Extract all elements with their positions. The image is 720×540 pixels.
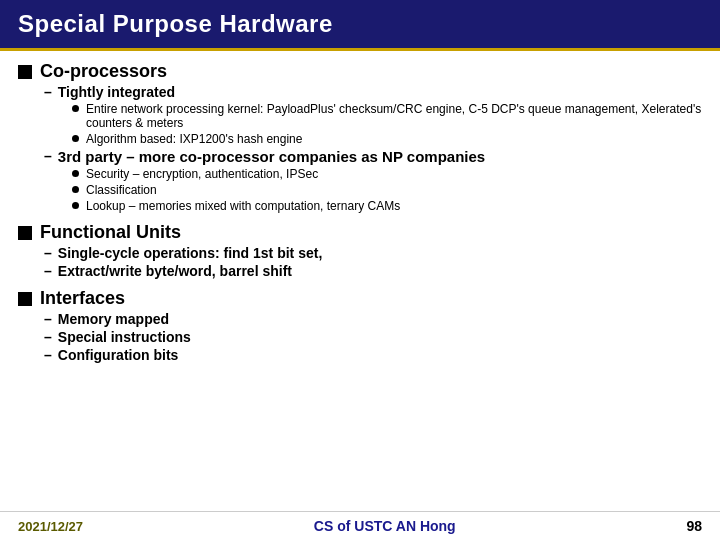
section-co-processors: Co-processors – Tightly integrated Entir… [18, 61, 702, 216]
circle-bullet-2 [72, 135, 79, 142]
bullet-text-security: Security – encryption, authentication, I… [86, 167, 318, 181]
special-instructions-item: – Special instructions [44, 329, 702, 345]
dash-2: – [44, 148, 52, 164]
interfaces-bullet [18, 292, 32, 306]
memory-mapped-item: – Memory mapped [44, 311, 702, 327]
footer-center: CS of USTC AN Hong [314, 518, 456, 534]
circle-bullet-lookup [72, 202, 79, 209]
single-cycle-label: Single-cycle operations: find 1st bit se… [58, 245, 323, 261]
content-area: Co-processors – Tightly integrated Entir… [0, 51, 720, 511]
special-instructions-label: Special instructions [58, 329, 191, 345]
bullet-text-2: Algorithm based: IXP1200's hash engine [86, 132, 302, 146]
bullet-item-lookup: Lookup – memories mixed with computation… [72, 199, 702, 213]
configuration-bits-label: Configuration bits [58, 347, 179, 363]
section-functional-units: Functional Units – Single-cycle operatio… [18, 222, 702, 282]
section-interfaces: Interfaces – Memory mapped – Special ins… [18, 288, 702, 366]
bullet-item-1: Entire network processing kernel: Payloa… [72, 102, 702, 130]
third-party-item: – 3rd party – more co-processor companie… [44, 148, 702, 165]
functional-units-header: Functional Units [18, 222, 702, 243]
interfaces-subsections: – Memory mapped – Special instructions –… [40, 311, 702, 363]
functional-units-bullet [18, 226, 32, 240]
dash-1: – [44, 84, 52, 100]
third-party-bullets: Security – encryption, authentication, I… [72, 167, 702, 213]
page: Special Purpose Hardware Co-processors –… [0, 0, 720, 540]
dash-6: – [44, 329, 52, 345]
dash-3: – [44, 245, 52, 261]
bullet-text-lookup: Lookup – memories mixed with computation… [86, 199, 400, 213]
tightly-integrated-item: – Tightly integrated [44, 84, 702, 100]
functional-units-subsections: – Single-cycle operations: find 1st bit … [40, 245, 702, 279]
circle-bullet-security [72, 170, 79, 177]
bullet-item-2: Algorithm based: IXP1200's hash engine [72, 132, 702, 146]
dash-7: – [44, 347, 52, 363]
tightly-integrated-bullets: Entire network processing kernel: Payloa… [72, 102, 702, 146]
co-processors-bullet [18, 65, 32, 79]
circle-bullet-classification [72, 186, 79, 193]
circle-bullet-1 [72, 105, 79, 112]
dash-4: – [44, 263, 52, 279]
configuration-bits-item: – Configuration bits [44, 347, 702, 363]
co-processors-subsections: – Tightly integrated Entire network proc… [40, 84, 702, 213]
bullet-text-1: Entire network processing kernel: Payloa… [86, 102, 702, 130]
page-title: Special Purpose Hardware [18, 10, 333, 37]
interfaces-label: Interfaces [40, 288, 125, 309]
bullet-item-classification: Classification [72, 183, 702, 197]
third-party-label: 3rd party – more co-processor companies … [58, 148, 485, 165]
functional-units-label: Functional Units [40, 222, 181, 243]
co-processors-label: Co-processors [40, 61, 167, 82]
single-cycle-item: – Single-cycle operations: find 1st bit … [44, 245, 702, 261]
bullet-text-classification: Classification [86, 183, 157, 197]
footer-page: 98 [686, 518, 702, 534]
memory-mapped-label: Memory mapped [58, 311, 169, 327]
bullet-item-security: Security – encryption, authentication, I… [72, 167, 702, 181]
footer-date: 2021/12/27 [18, 519, 83, 534]
co-processors-header: Co-processors [18, 61, 702, 82]
extract-write-item: – Extract/write byte/word, barrel shift [44, 263, 702, 279]
tightly-integrated-label: Tightly integrated [58, 84, 175, 100]
extract-write-label: Extract/write byte/word, barrel shift [58, 263, 292, 279]
dash-5: – [44, 311, 52, 327]
footer: 2021/12/27 CS of USTC AN Hong 98 [0, 511, 720, 540]
interfaces-header: Interfaces [18, 288, 702, 309]
title-bar: Special Purpose Hardware [0, 0, 720, 48]
